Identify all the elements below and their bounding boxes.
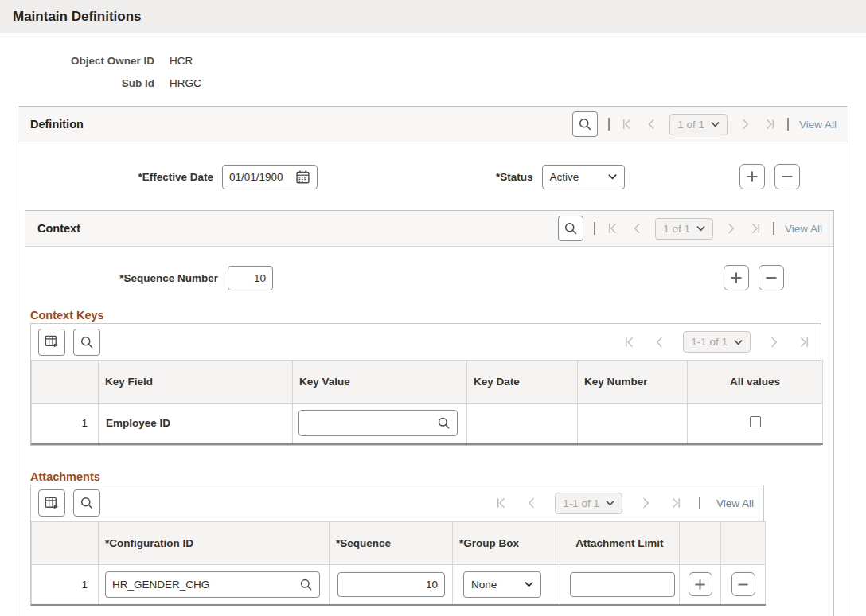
definition-next-button[interactable] (738, 117, 752, 131)
minus-icon (737, 579, 749, 591)
context-view-all-link[interactable]: View All (785, 223, 822, 235)
status-select-value: Active (550, 171, 579, 183)
chevron-down-icon (696, 225, 705, 232)
plus-icon (746, 170, 759, 183)
attachments-previous-button[interactable] (525, 496, 539, 510)
sequence-input[interactable] (337, 572, 445, 597)
attachments-header-row: *Configuration ID *Sequence *Group Box A… (32, 521, 766, 564)
definition-find-button[interactable] (572, 111, 598, 137)
definition-view-all-link[interactable]: View All (799, 119, 837, 131)
key-number-cell (578, 404, 688, 444)
effective-date-value: 01/01/1900 (229, 171, 283, 183)
attachments-view-all-link[interactable]: View All (716, 497, 754, 509)
col-header-delete (721, 521, 766, 564)
configuration-id-input[interactable] (112, 579, 299, 591)
sequence-number-row: *Sequence Number (25, 265, 833, 290)
definition-page-select[interactable]: 1 of 1 (669, 114, 728, 135)
col-header-add (680, 521, 721, 564)
context-keys-page-select[interactable]: 1-1 of 1 (683, 331, 751, 353)
effective-date-field[interactable]: 01/01/1900 (222, 165, 318, 189)
definition-add-row-button[interactable] (739, 164, 765, 189)
context-page-select[interactable]: 1 of 1 (655, 218, 713, 240)
attachment-limit-cell (560, 564, 680, 605)
context-keys-find-button[interactable] (73, 329, 100, 356)
context-next-button[interactable] (724, 221, 738, 236)
attachments-delete-row-button[interactable] (731, 572, 755, 596)
chevron-down-icon (608, 173, 617, 180)
context-last-button[interactable] (748, 221, 763, 236)
definition-title: Definition (30, 118, 84, 131)
col-header-key-field: Key Field (99, 361, 293, 404)
attachments-first-button[interactable] (494, 496, 509, 510)
attachments-next-button[interactable] (638, 496, 653, 510)
key-field-value: Employee ID (99, 404, 293, 444)
definition-delete-row-button[interactable] (774, 164, 800, 189)
search-icon (80, 496, 94, 510)
row-number: 1 (32, 404, 99, 444)
attachments-find-button[interactable] (73, 489, 100, 517)
context-keys-toolbar: 1-1 of 1 (31, 324, 821, 360)
context-keys-previous-button[interactable] (653, 335, 667, 349)
key-value-cell (293, 404, 467, 444)
context-keys-row-1: 1 Employee ID (32, 404, 823, 444)
context-keys-last-button[interactable] (797, 335, 811, 349)
pager-separator (594, 222, 595, 235)
definition-row-actions (739, 164, 800, 189)
sequence-cell (330, 564, 453, 605)
grid-action-menu-icon (45, 496, 60, 511)
definition-previous-button[interactable] (645, 117, 659, 131)
object-owner-id-value: HCR (170, 55, 193, 67)
group-box-cell: None (453, 564, 560, 605)
col-header-key-value: Key Value (293, 361, 467, 404)
context-find-button[interactable] (558, 216, 583, 241)
context-keys-personalize-button[interactable] (38, 329, 65, 356)
context-first-button[interactable] (606, 221, 620, 236)
object-owner-id-label: Object Owner ID (13, 55, 154, 67)
attachments-add-row-button[interactable] (689, 572, 712, 596)
all-values-cell (688, 404, 823, 444)
pager-separator (787, 118, 789, 131)
definition-groupbox: Definition 1 of 1 (18, 106, 848, 616)
row-number: 1 (32, 564, 99, 605)
col-header-rownum (32, 361, 99, 404)
context-keys-table: Key Field Key Value Key Date Key Number … (31, 360, 823, 445)
context-previous-button[interactable] (630, 221, 645, 236)
status-select[interactable]: Active (542, 165, 625, 189)
calendar-icon[interactable] (295, 170, 310, 185)
add-cell (680, 564, 721, 605)
lookup-search-icon[interactable] (299, 578, 313, 591)
attachment-limit-input[interactable] (570, 572, 675, 597)
page-title: Maintain Definitions (13, 9, 142, 25)
context-body: *Sequence Number Context Keys (25, 265, 833, 616)
search-icon (80, 335, 94, 349)
info-row-object-owner: Object Owner ID HCR (13, 49, 866, 72)
minus-icon (765, 271, 778, 284)
all-values-checkbox[interactable] (750, 416, 761, 427)
sequence-number-input[interactable] (228, 266, 273, 290)
attachments-page-select[interactable]: 1-1 of 1 (555, 493, 622, 514)
context-groupbox: Context 1 of 1 (25, 210, 834, 616)
sequence-number-label: *Sequence Number (44, 272, 218, 284)
attachments-pager: 1-1 of 1 (494, 493, 754, 514)
context-keys-next-button[interactable] (767, 335, 781, 349)
definition-first-button[interactable] (620, 117, 634, 131)
col-header-rownum (32, 521, 99, 564)
context-add-row-button[interactable] (724, 265, 749, 290)
chevron-down-icon (711, 121, 720, 127)
context-row-actions (724, 265, 784, 290)
context-keys-first-button[interactable] (622, 335, 637, 349)
context-delete-row-button[interactable] (759, 265, 784, 290)
col-header-sequence: *Sequence (330, 521, 453, 564)
lookup-search-icon[interactable] (437, 416, 451, 430)
attachments-last-button[interactable] (669, 496, 683, 510)
chevron-down-icon (606, 500, 614, 506)
context-keys-page-select-value: 1-1 of 1 (691, 336, 728, 348)
group-box-select[interactable]: None (463, 571, 541, 598)
context-section-header: Context 1 of 1 (25, 211, 833, 247)
attachments-personalize-button[interactable] (38, 489, 65, 517)
definition-last-button[interactable] (763, 117, 777, 131)
attachments-grid: 1-1 of 1 (30, 485, 764, 607)
definition-section-header: Definition 1 of 1 (18, 107, 848, 142)
key-value-lookup-field (298, 410, 458, 436)
key-value-input[interactable] (306, 417, 437, 429)
